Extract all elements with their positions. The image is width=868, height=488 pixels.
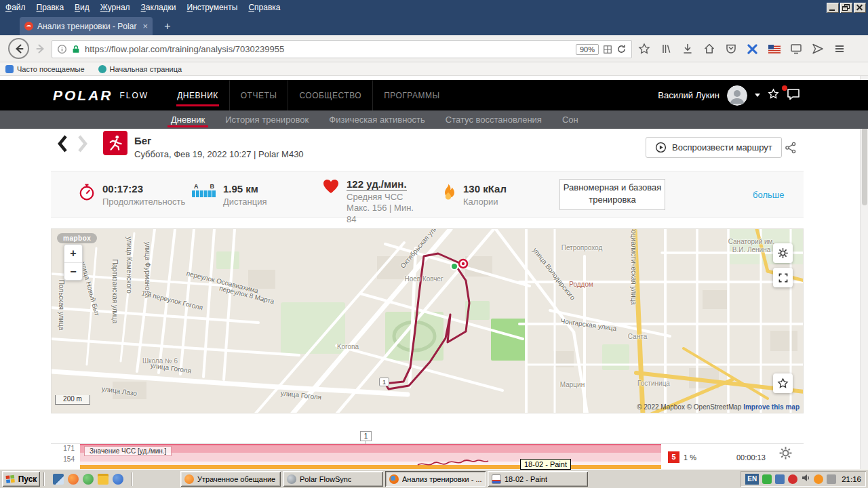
chart-settings-button[interactable]: [778, 446, 793, 463]
minimize-button[interactable]: [827, 3, 839, 13]
forward-button[interactable]: [33, 42, 48, 56]
task-window-2[interactable]: Polar FlowSync: [283, 471, 383, 487]
bookmark-start-page[interactable]: Начальная страница: [98, 65, 182, 73]
subnav-recovery-status[interactable]: Статус восстановления: [435, 110, 552, 129]
pocket-icon[interactable]: [724, 43, 737, 56]
task-label: 18-02 - Paint: [505, 475, 547, 483]
subnav-sleep[interactable]: Сон: [552, 110, 589, 129]
notifications-chat-icon[interactable]: [787, 88, 800, 103]
nav-reports[interactable]: ОТЧЕТЫ: [229, 80, 288, 110]
place-label: Санта: [628, 333, 647, 340]
new-tab-button[interactable]: +: [160, 20, 175, 33]
browser-tab[interactable]: Анализ тренировки - Polar F... ×: [20, 17, 153, 35]
page-scrollbar[interactable]: [860, 76, 868, 469]
calories-value: 130 кКал: [463, 183, 507, 195]
container-grid-icon[interactable]: [603, 45, 612, 54]
nav-community[interactable]: СООБЩЕСТВО: [288, 80, 372, 110]
avatar[interactable]: [727, 85, 747, 106]
tab-title: Анализ тренировки - Polar F...: [37, 22, 138, 31]
route-map[interactable]: Октябрьская улица улица Володарского Пет…: [51, 228, 804, 413]
map-favorite-button[interactable]: [773, 373, 793, 393]
update-tray-icon[interactable]: [788, 474, 797, 484]
back-arrow-icon: [14, 43, 24, 54]
show-desktop-icon[interactable]: [53, 474, 64, 485]
map-attribution: © 2022 Mapbox © OpenStreetMap Improve th…: [637, 403, 800, 411]
distance-label: Дистанция: [223, 197, 267, 207]
marker-b: B: [210, 183, 215, 190]
home-icon[interactable]: [703, 43, 715, 56]
hr-value[interactable]: 122 уд./мин.: [347, 178, 407, 191]
stat-distance: AB 1.95 км Дистанция: [192, 183, 267, 207]
session-sport-title: Бег: [134, 135, 151, 146]
site-info-icon[interactable]: [57, 44, 67, 54]
app-tray-icon[interactable]: [814, 474, 823, 484]
folder-quicklaunch-icon[interactable]: [98, 474, 108, 485]
polar-logo[interactable]: POLAR: [53, 87, 113, 104]
language-indicator[interactable]: EN: [745, 474, 759, 485]
volume-tray-icon[interactable]: [801, 473, 810, 485]
url-bar[interactable]: https://flow.polar.com/training/analysis…: [52, 40, 632, 58]
internet-quicklaunch-icon[interactable]: [113, 474, 123, 485]
flag-extension-icon[interactable]: [768, 43, 781, 56]
nav-programs[interactable]: ПРОГРАММЫ: [372, 80, 451, 110]
menu-hamburger-icon[interactable]: [833, 43, 846, 56]
favorite-star-icon[interactable]: [768, 88, 779, 102]
map-fullscreen-button[interactable]: [773, 268, 793, 287]
messenger-quicklaunch-icon[interactable]: [83, 474, 94, 485]
back-button[interactable]: [8, 38, 29, 59]
task-label: Polar FlowSync: [300, 475, 351, 483]
screenshot-icon[interactable]: [789, 43, 802, 56]
stat-heart-rate: 122 уд./мин. Средняя ЧСС Макс. 156 | Мин…: [322, 178, 424, 225]
menu-file[interactable]: Файл: [0, 1, 31, 14]
subnav-diary[interactable]: Дневник: [161, 110, 215, 129]
tab-close-icon[interactable]: ×: [142, 22, 148, 30]
close-button[interactable]: [854, 3, 866, 13]
downloads-icon[interactable]: [681, 43, 694, 56]
previous-session-button[interactable]: [56, 134, 71, 153]
share-button[interactable]: [780, 139, 802, 157]
bookmark-most-visited[interactable]: Часто посещаемые: [5, 65, 85, 73]
map-scale: 200 m: [55, 395, 90, 405]
lock-icon[interactable]: [71, 44, 81, 54]
restore-button[interactable]: [840, 3, 852, 13]
network-tray-icon[interactable]: [775, 474, 785, 484]
hr-chart-plot[interactable]: Значение ЧСС [уд./мин.]: [80, 444, 661, 469]
zoom-out-button[interactable]: −: [64, 262, 82, 280]
map-settings-button[interactable]: [773, 243, 793, 263]
device-tray-icon[interactable]: [827, 474, 836, 484]
hr-label: Средняя ЧСС: [347, 192, 424, 202]
subnav-activity[interactable]: Физическая активность: [319, 110, 435, 129]
more-link[interactable]: больше: [753, 190, 784, 200]
menu-history[interactable]: Журнал: [95, 1, 136, 14]
library-icon[interactable]: [659, 43, 672, 56]
toolbar-icons: [637, 39, 846, 58]
task-window-4[interactable]: 18-02 - Paint: [488, 471, 588, 487]
menu-view[interactable]: Вид: [69, 1, 95, 14]
start-button[interactable]: Пуск: [2, 471, 40, 487]
zoom-indicator[interactable]: 90%: [576, 44, 599, 55]
user-name[interactable]: Василий Лукин: [658, 90, 719, 100]
menu-tools[interactable]: Инструменты: [182, 1, 243, 14]
improve-map-link[interactable]: Improve this map: [743, 403, 800, 411]
play-route-button[interactable]: Воспроизвести маршрут: [646, 137, 782, 158]
menu-edit[interactable]: Правка: [31, 1, 70, 14]
next-session-button[interactable]: [76, 134, 91, 153]
menu-bookmarks[interactable]: Закладки: [136, 1, 182, 14]
bookmark-star-icon[interactable]: [637, 43, 650, 56]
sport-running-icon: [103, 131, 127, 155]
map-base-layer: [52, 229, 804, 413]
chart-legend: Значение ЧСС [уд./мин.]: [84, 446, 172, 456]
subnav-training-history[interactable]: История тренировок: [215, 110, 319, 129]
task-window-1[interactable]: Утраченное обещание ...: [180, 471, 281, 487]
user-menu-caret-icon[interactable]: [755, 94, 760, 97]
reload-icon[interactable]: [616, 44, 627, 54]
task-window-3-active[interactable]: Анализ тренировки - ...: [385, 471, 486, 487]
screen: Файл Правка Вид Журнал Закладки Инструме…: [0, 0, 868, 488]
x-extension-icon[interactable]: [746, 43, 759, 56]
send-tab-icon[interactable]: [811, 43, 824, 56]
nav-diary[interactable]: ДНЕВНИК: [166, 80, 229, 110]
browser-quicklaunch-icon[interactable]: [68, 474, 79, 485]
zoom-in-button[interactable]: +: [64, 245, 82, 262]
antivirus-tray-icon[interactable]: [762, 474, 772, 484]
menu-help[interactable]: Справка: [243, 1, 285, 14]
